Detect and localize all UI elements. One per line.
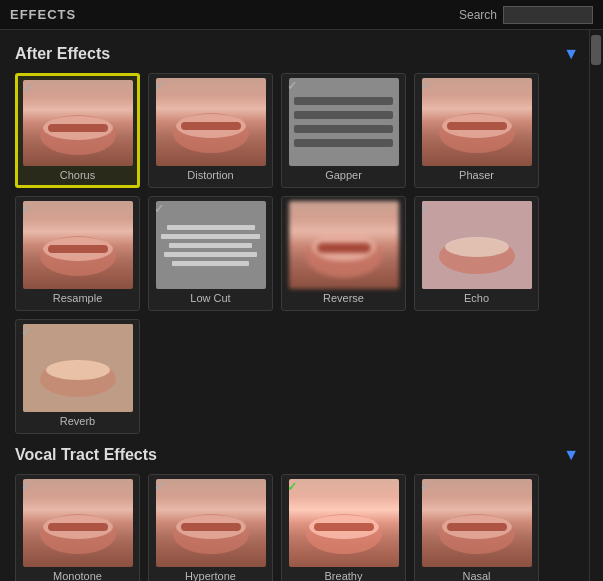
search-label: Search — [459, 8, 497, 22]
vocal-tract-effects-grid: ✓ Monotone ✓ — [15, 474, 579, 581]
phaser-thumbnail — [422, 78, 532, 166]
effect-hypertone[interactable]: ✓ Hypertone — [148, 474, 273, 581]
nasal-check: ✓ — [420, 480, 430, 494]
lowcut-thumbnail — [156, 201, 266, 289]
effect-phaser[interactable]: ✓ Phaser — [414, 73, 539, 188]
resample-label: Resample — [53, 292, 103, 304]
svg-rect-11 — [48, 245, 108, 253]
svg-rect-26 — [181, 523, 241, 531]
effect-nasal[interactable]: ✓ Nasal — [414, 474, 539, 581]
svg-rect-14 — [317, 243, 371, 253]
search-input[interactable] — [503, 6, 593, 24]
breathy-label: Breathy — [325, 570, 363, 581]
effect-lowcut[interactable]: ✓ Low Cut — [148, 196, 273, 311]
main-content: After Effects ▼ ✓ Chorus — [0, 30, 603, 581]
breathy-thumbnail — [289, 479, 399, 567]
distortion-check: ✓ — [154, 79, 164, 93]
echo-check: ✓ — [420, 202, 430, 216]
reverse-label: Reverse — [323, 292, 364, 304]
reverb-check: ✓ — [21, 325, 31, 339]
header: EFFECTS Search — [0, 0, 603, 30]
effect-echo[interactable]: ✓ Echo — [414, 196, 539, 311]
effect-breathy[interactable]: ✓ Breathy — [281, 474, 406, 581]
svg-rect-23 — [48, 523, 108, 531]
effect-resample[interactable]: ✓ Resample — [15, 196, 140, 311]
vocal-tract-effects-header: Vocal Tract Effects ▼ — [15, 446, 579, 464]
effect-reverse[interactable]: Reverse — [281, 196, 406, 311]
breathy-check: ✓ — [287, 480, 297, 494]
vocal-tract-effects-title: Vocal Tract Effects — [15, 446, 157, 464]
gapper-thumbnail — [289, 78, 399, 166]
scrollbar-thumb[interactable] — [591, 35, 601, 65]
gapper-label: Gapper — [325, 169, 362, 181]
gapper-check: ✓ — [287, 79, 297, 93]
svg-point-20 — [46, 360, 110, 380]
svg-point-17 — [445, 237, 509, 257]
distortion-thumbnail — [156, 78, 266, 166]
echo-thumbnail — [422, 201, 532, 289]
reverb-thumbnail — [23, 324, 133, 412]
reverb-label: Reverb — [60, 415, 95, 427]
monotone-check: ✓ — [21, 480, 31, 494]
after-effects-chevron[interactable]: ▼ — [563, 45, 579, 63]
svg-rect-32 — [447, 523, 507, 531]
scrollbar-track[interactable] — [589, 30, 603, 581]
effect-reverb[interactable]: ✓ Reverb — [15, 319, 140, 434]
effect-chorus[interactable]: ✓ Chorus — [15, 73, 140, 188]
echo-label: Echo — [464, 292, 489, 304]
monotone-label: Monotone — [53, 570, 102, 581]
svg-rect-5 — [181, 122, 241, 130]
after-effects-title: After Effects — [15, 45, 110, 63]
resample-thumbnail — [23, 201, 133, 289]
effect-monotone[interactable]: ✓ Monotone — [15, 474, 140, 581]
nasal-label: Nasal — [462, 570, 490, 581]
hypertone-label: Hypertone — [185, 570, 236, 581]
chorus-check: ✓ — [23, 81, 33, 95]
hypertone-check: ✓ — [154, 480, 164, 494]
monotone-thumbnail — [23, 479, 133, 567]
svg-rect-29 — [314, 523, 374, 531]
vocal-tract-effects-chevron[interactable]: ▼ — [563, 446, 579, 464]
lowcut-label: Low Cut — [190, 292, 230, 304]
nasal-thumbnail — [422, 479, 532, 567]
effect-gapper[interactable]: ✓ Gapper — [281, 73, 406, 188]
lowcut-check: ✓ — [154, 202, 164, 216]
phaser-check: ✓ — [420, 79, 430, 93]
distortion-label: Distortion — [187, 169, 233, 181]
svg-rect-8 — [447, 122, 507, 130]
after-effects-header: After Effects ▼ — [15, 45, 579, 63]
hypertone-thumbnail — [156, 479, 266, 567]
chorus-label: Chorus — [60, 169, 95, 181]
phaser-label: Phaser — [459, 169, 494, 181]
after-effects-grid: ✓ Chorus ✓ — [15, 73, 579, 434]
effect-distortion[interactable]: ✓ Distortion — [148, 73, 273, 188]
header-right: Search — [459, 6, 593, 24]
resample-check: ✓ — [21, 202, 31, 216]
svg-rect-2 — [48, 124, 108, 132]
app-title: EFFECTS — [10, 7, 76, 22]
app-container: EFFECTS Search After Effects ▼ ✓ — [0, 0, 603, 581]
chorus-thumbnail — [23, 80, 133, 166]
reverse-thumbnail — [289, 201, 399, 289]
scroll-area[interactable]: After Effects ▼ ✓ Chorus — [0, 30, 589, 581]
